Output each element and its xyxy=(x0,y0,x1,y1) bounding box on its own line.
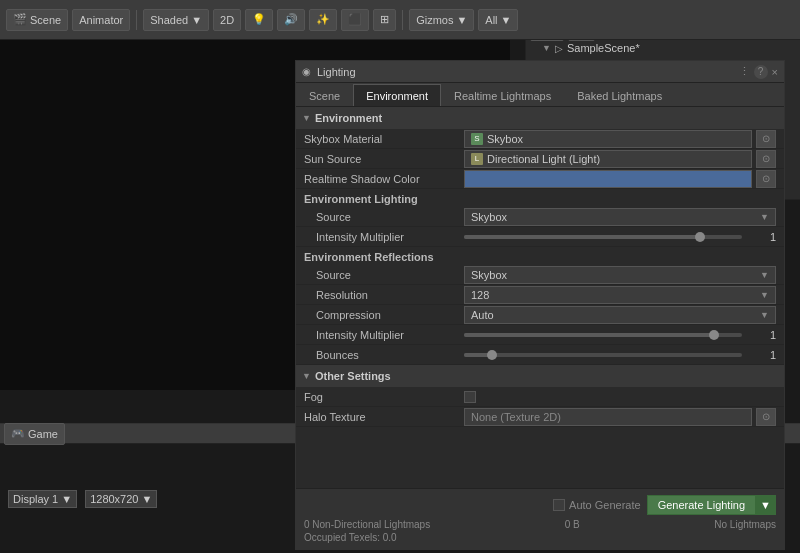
shaded-dropdown[interactable]: Shaded ▼ xyxy=(143,9,209,31)
gizmos-dropdown[interactable]: Gizmos ▼ xyxy=(409,9,474,31)
generate-btn-group: Generate Lighting ▼ xyxy=(647,495,776,515)
gizmos-arrow: ▼ xyxy=(456,14,467,26)
env-lighting-slider[interactable] xyxy=(464,235,742,239)
halo-texture-label: Halo Texture xyxy=(304,411,464,423)
other-settings-arrow: ▼ xyxy=(302,371,311,381)
env-reflections-bounces-slider[interactable] xyxy=(464,353,742,357)
sun-source-field[interactable]: L Directional Light (Light) xyxy=(464,150,752,168)
env-lighting-sublabel: Environment Lighting xyxy=(296,189,784,207)
sun-source-row: Sun Source L Directional Light (Light) ⊙ xyxy=(296,149,784,169)
close-icon[interactable]: × xyxy=(772,66,778,78)
light-icon-btn[interactable]: 💡 xyxy=(245,9,273,31)
halo-texture-value: None (Texture 2D) ⊙ xyxy=(464,408,776,426)
dropdown-arrow: ▼ xyxy=(191,14,202,26)
display-arrow: ▼ xyxy=(61,493,72,505)
env-lighting-source-value: Skybox ▼ xyxy=(464,208,776,226)
env-reflections-source-dropdown[interactable]: Skybox ▼ xyxy=(464,266,776,284)
halo-texture-field[interactable]: None (Texture 2D) xyxy=(464,408,752,426)
env-lighting-intensity-row: Intensity Multiplier 1 xyxy=(296,227,784,247)
generate-lighting-btn[interactable]: Generate Lighting xyxy=(647,495,756,515)
skybox-material-picker-btn[interactable]: ⊙ xyxy=(756,130,776,148)
fog-checkbox[interactable] xyxy=(464,391,476,403)
env-reflections-intensity-slider[interactable] xyxy=(464,333,742,337)
panel-header: ◉ Lighting ⋮ ? × xyxy=(296,61,784,83)
skybox-material-label: Skybox Material xyxy=(304,133,464,145)
grid-icon-btn[interactable]: ⊞ xyxy=(373,9,396,31)
occupied-row: Occupied Texels: 0.0 xyxy=(304,532,776,543)
resolution-dropdown-arrow: ▼ xyxy=(760,290,769,300)
env-reflections-compression-dropdown[interactable]: Auto ▼ xyxy=(464,306,776,324)
separator-1 xyxy=(136,10,137,30)
tab-environment[interactable]: Environment xyxy=(353,84,441,106)
lightmaps-size: 0 B xyxy=(565,519,580,530)
lighting-panel: ◉ Lighting ⋮ ? × Scene Environment Realt… xyxy=(295,60,785,550)
env-arrow: ▼ xyxy=(302,113,311,123)
env-reflections-slider-container: 1 xyxy=(464,329,776,341)
game-icon: 🎮 xyxy=(11,427,25,440)
other-settings-label: Other Settings xyxy=(315,370,391,382)
scene-tab[interactable]: 🎬 Scene xyxy=(6,9,68,31)
env-reflections-bounces-container: 1 xyxy=(464,349,776,361)
env-lighting-intensity-value: 1 xyxy=(464,231,776,243)
tab-baked[interactable]: Baked Lightmaps xyxy=(564,84,675,106)
env-reflections-dropdown-arrow: ▼ xyxy=(760,270,769,280)
fog-row: Fog xyxy=(296,387,784,407)
scene-icon: 🎬 xyxy=(13,13,27,26)
stats-row: 0 Non-Directional Lightmaps 0 B No Light… xyxy=(304,519,776,530)
tab-scene[interactable]: Scene xyxy=(296,84,353,106)
shadow-color-row: Realtime Shadow Color ⊙ xyxy=(296,169,784,189)
mode-2d-btn[interactable]: 2D xyxy=(213,9,241,31)
env-lighting-intensity-number: 1 xyxy=(746,231,776,243)
skybox-material-field[interactable]: S Skybox xyxy=(464,130,752,148)
generate-lighting-arrow-btn[interactable]: ▼ xyxy=(756,495,776,515)
environment-section-header[interactable]: ▼ Environment xyxy=(296,107,784,129)
other-settings-section-header[interactable]: ▼ Other Settings xyxy=(296,365,784,387)
dots-icon[interactable]: ⋮ xyxy=(739,65,750,78)
shadow-color-picker-btn[interactable]: ⊙ xyxy=(756,170,776,188)
environment-label: Environment xyxy=(315,112,382,124)
panel-header-icons: ⋮ ? × xyxy=(739,65,778,79)
env-reflections-intensity-row: Intensity Multiplier 1 xyxy=(296,325,784,345)
env-lighting-source-row: Source Skybox ▼ xyxy=(296,207,784,227)
shadow-color-value: ⊙ xyxy=(464,170,776,188)
env-reflections-intensity-value: 1 xyxy=(464,329,776,341)
panel-bottom: Auto Generate Generate Lighting ▼ 0 Non-… xyxy=(296,488,784,549)
env-reflections-intensity-label: Intensity Multiplier xyxy=(304,329,464,341)
env-reflections-bounces-number: 1 xyxy=(746,349,776,361)
shadow-color-field[interactable] xyxy=(464,170,752,188)
resolution-dropdown[interactable]: 1280x720 ▼ xyxy=(85,490,157,508)
auto-generate-row: Auto Generate Generate Lighting ▼ xyxy=(304,495,776,515)
env-reflections-compression-row: Compression Auto ▼ xyxy=(296,305,784,325)
hierarchy-scene-item[interactable]: ▼ ▷ SampleScene* xyxy=(526,40,800,56)
env-reflections-source-row: Source Skybox ▼ xyxy=(296,265,784,285)
animator-tab[interactable]: Animator xyxy=(72,9,130,31)
audio-icon-btn[interactable]: 🔊 xyxy=(277,9,305,31)
all-dropdown[interactable]: All ▼ xyxy=(478,9,518,31)
env-reflections-source-value: Skybox ▼ xyxy=(464,266,776,284)
env-reflections-bounces-value: 1 xyxy=(464,349,776,361)
env-lighting-intensity-label: Intensity Multiplier xyxy=(304,231,464,243)
env-reflections-compression-value: Auto ▼ xyxy=(464,306,776,324)
fog-label: Fog xyxy=(304,391,464,403)
halo-texture-picker-btn[interactable]: ⊙ xyxy=(756,408,776,426)
skybox-material-row: Skybox Material S Skybox ⊙ xyxy=(296,129,784,149)
all-arrow: ▼ xyxy=(501,14,512,26)
panel-content: ▼ Environment Skybox Material S Skybox ⊙… xyxy=(296,107,784,469)
game-tab[interactable]: 🎮 Game xyxy=(4,423,65,445)
help-icon[interactable]: ? xyxy=(754,65,768,79)
skybox-obj-icon: S xyxy=(471,133,483,145)
env-reflections-resolution-row: Resolution 128 ▼ xyxy=(296,285,784,305)
layer-icon-btn[interactable]: ⬛ xyxy=(341,9,369,31)
lightmaps-label: 0 Non-Directional Lightmaps xyxy=(304,519,430,530)
env-reflections-intensity-number: 1 xyxy=(746,329,776,341)
env-reflections-resolution-value: 128 ▼ xyxy=(464,286,776,304)
env-lighting-source-label: Source xyxy=(304,211,464,223)
env-lighting-source-dropdown[interactable]: Skybox ▼ xyxy=(464,208,776,226)
sun-source-picker-btn[interactable]: ⊙ xyxy=(756,150,776,168)
auto-generate-checkbox[interactable] xyxy=(553,499,565,511)
display-dropdown[interactable]: Display 1 ▼ xyxy=(8,490,77,508)
separator-2 xyxy=(402,10,403,30)
fx-icon-btn[interactable]: ✨ xyxy=(309,9,337,31)
env-reflections-resolution-dropdown[interactable]: 128 ▼ xyxy=(464,286,776,304)
tab-realtime[interactable]: Realtime Lightmaps xyxy=(441,84,564,106)
